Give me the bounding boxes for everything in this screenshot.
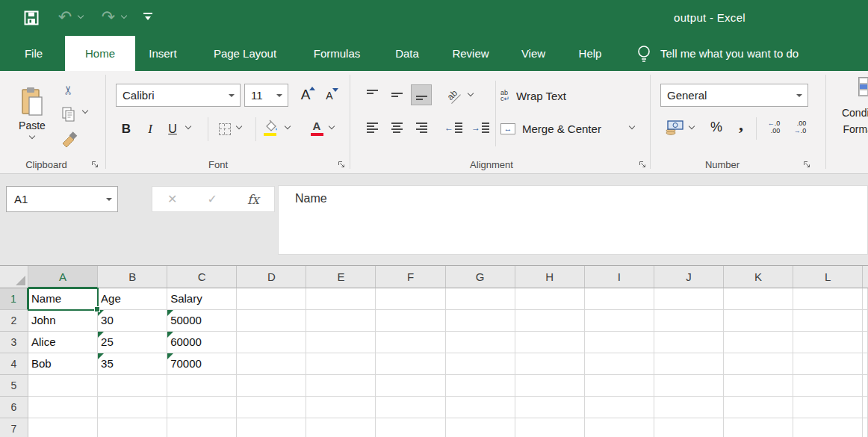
tab-help[interactable]: Help xyxy=(579,36,602,71)
cell-D5[interactable] xyxy=(237,375,306,397)
cut-button[interactable]: ✂ xyxy=(57,80,81,99)
tab-data[interactable]: Data xyxy=(395,36,419,71)
cell-A6[interactable] xyxy=(28,397,98,418)
percent-style-button[interactable]: % xyxy=(705,116,728,138)
align-left-button[interactable] xyxy=(362,117,382,138)
cell-G4[interactable] xyxy=(446,353,515,375)
number-dialog-launcher[interactable] xyxy=(802,159,812,170)
copy-button[interactable] xyxy=(57,105,81,124)
format-painter-button[interactable] xyxy=(57,129,81,150)
cell-J1[interactable] xyxy=(654,288,724,310)
cell-K2[interactable] xyxy=(724,310,793,332)
cell-K7[interactable] xyxy=(724,418,793,437)
fill-handle[interactable] xyxy=(94,306,100,312)
cell-C5[interactable] xyxy=(167,375,237,397)
cell-D7[interactable] xyxy=(237,418,306,437)
insert-function-icon[interactable]: fx xyxy=(247,192,259,207)
column-header-C[interactable]: C xyxy=(167,266,237,288)
tell-me-input[interactable]: Tell me what you want to do xyxy=(660,36,799,71)
fill-color-button[interactable] xyxy=(261,116,281,140)
cell-F4[interactable] xyxy=(376,353,445,375)
cell-B3[interactable]: 25 xyxy=(98,332,167,353)
cell-K1[interactable] xyxy=(724,288,793,310)
column-header-B[interactable]: B xyxy=(98,266,167,288)
tab-home[interactable]: Home xyxy=(65,36,135,71)
save-button[interactable] xyxy=(22,9,40,27)
orientation-button[interactable]: ab xyxy=(441,84,465,105)
cell-B1[interactable]: Age xyxy=(98,288,167,310)
cell-B2[interactable]: 30 xyxy=(98,310,167,332)
cell-K5[interactable] xyxy=(724,375,793,397)
cell-D4[interactable] xyxy=(237,353,306,375)
column-header-H[interactable]: H xyxy=(515,266,585,288)
cell-G1[interactable] xyxy=(446,288,515,310)
cell-A5[interactable] xyxy=(28,375,98,397)
tab-review[interactable]: Review xyxy=(452,36,489,71)
cell-A3[interactable]: Alice xyxy=(28,332,98,353)
column-header-L[interactable]: L xyxy=(793,266,863,288)
italic-button[interactable]: I xyxy=(140,117,160,141)
accounting-format-dropdown[interactable] xyxy=(689,124,695,129)
cell-D3[interactable] xyxy=(237,332,306,353)
cell-G5[interactable] xyxy=(446,375,515,397)
bold-button[interactable]: B xyxy=(115,117,137,141)
cell-J7[interactable] xyxy=(654,418,724,437)
align-right-button[interactable] xyxy=(411,117,432,138)
cell-B6[interactable] xyxy=(98,397,167,418)
cell-J2[interactable] xyxy=(654,310,724,332)
cell-K4[interactable] xyxy=(724,353,793,375)
cell-C6[interactable] xyxy=(167,397,237,418)
cell-B4[interactable]: 35 xyxy=(98,353,167,375)
wrap-text-button[interactable]: ab c↵ Wrap Text xyxy=(500,84,566,108)
clipboard-dialog-launcher[interactable] xyxy=(90,159,100,170)
cell-G7[interactable] xyxy=(446,418,515,437)
increase-indent-button[interactable]: → xyxy=(469,117,492,138)
align-middle-button[interactable] xyxy=(386,84,407,105)
row-header-4[interactable]: 4 xyxy=(0,353,28,375)
cell-K6[interactable] xyxy=(724,397,793,418)
column-header-I[interactable]: I xyxy=(585,266,654,288)
cell-J6[interactable] xyxy=(654,397,724,418)
cell-C7[interactable] xyxy=(167,418,237,437)
enter-icon[interactable]: ✓ xyxy=(208,192,217,206)
cell-E2[interactable] xyxy=(306,310,376,332)
grow-font-button[interactable]: A xyxy=(294,84,317,106)
cell-C3[interactable]: 60000 xyxy=(167,332,237,353)
cell-I1[interactable] xyxy=(585,288,654,310)
cell-H1[interactable] xyxy=(515,288,585,310)
cell-E7[interactable] xyxy=(306,418,376,437)
align-top-button[interactable] xyxy=(362,84,382,105)
align-center-button[interactable] xyxy=(386,117,407,138)
accounting-format-button[interactable] xyxy=(663,117,686,138)
conditional-formatting-button[interactable]: Conditional Formatting xyxy=(838,75,868,157)
cell-C2[interactable]: 50000 xyxy=(167,310,237,332)
cell-D6[interactable] xyxy=(237,397,306,418)
cell-F3[interactable] xyxy=(376,332,445,353)
number-format-combo[interactable]: General xyxy=(660,84,808,107)
copy-dropdown[interactable] xyxy=(82,108,89,114)
tab-file[interactable]: File xyxy=(25,36,43,71)
cell-F5[interactable] xyxy=(376,375,445,397)
decrease-decimal-button[interactable]: .00→.0 xyxy=(788,116,812,138)
merge-center-dropdown[interactable] xyxy=(629,124,636,129)
cell-L1[interactable] xyxy=(793,288,863,310)
tab-view[interactable]: View xyxy=(521,36,545,71)
cell-J5[interactable] xyxy=(654,375,724,397)
cell-C1[interactable]: Salary xyxy=(167,288,237,310)
column-header-K[interactable]: K xyxy=(724,266,793,288)
cell-I3[interactable] xyxy=(585,332,654,353)
cell-G3[interactable] xyxy=(446,332,515,353)
select-all-button[interactable] xyxy=(0,266,28,288)
tab-insert[interactable]: Insert xyxy=(149,36,177,71)
cell-I7[interactable] xyxy=(585,418,654,437)
cell-L3[interactable] xyxy=(793,332,863,353)
cell-J3[interactable] xyxy=(654,332,724,353)
cell-B7[interactable] xyxy=(98,418,167,437)
cell-I5[interactable] xyxy=(585,375,654,397)
cell-D2[interactable] xyxy=(237,310,306,332)
cell-E4[interactable] xyxy=(306,353,376,375)
column-header-D[interactable]: D xyxy=(237,266,306,288)
row-header-6[interactable]: 6 xyxy=(0,397,28,418)
row-header-5[interactable]: 5 xyxy=(0,375,28,397)
underline-dropdown[interactable] xyxy=(185,124,192,129)
